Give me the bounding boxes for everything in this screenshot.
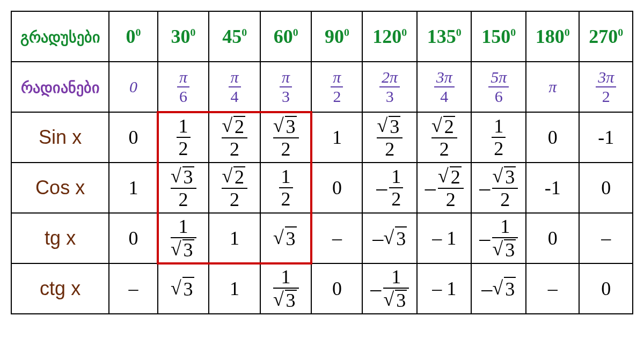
tg-label: tg x: [11, 213, 109, 263]
ctg-8: –: [526, 263, 579, 314]
cos-6: –22: [417, 163, 472, 213]
deg-270: 2700: [579, 11, 633, 62]
tg-5: –3: [362, 213, 417, 263]
sin-3: 32: [260, 112, 312, 163]
deg-135: 1350: [417, 11, 472, 62]
rad-0: 0: [109, 62, 158, 112]
ctg-label: ctg x: [11, 263, 109, 314]
sin-1: 12: [158, 112, 209, 163]
degrees-label-cell: გრადუსები: [11, 11, 109, 62]
sin-0: 0: [109, 112, 158, 163]
cos-3: 12: [260, 163, 312, 213]
ctg-3: 13: [260, 263, 312, 314]
sin-7: 12: [471, 112, 526, 163]
ctg-6: – 1: [417, 263, 472, 314]
tg-0: 0: [109, 213, 158, 263]
ctg-4: 0: [311, 263, 362, 314]
cos-7: –32: [471, 163, 526, 213]
ctg-9: 0: [579, 263, 633, 314]
ctg-1: 3: [158, 263, 209, 314]
deg-45: 450: [209, 11, 260, 62]
cos-2: 22: [209, 163, 260, 213]
sin-label: Sin x: [11, 112, 109, 163]
rad-3: π3: [260, 62, 312, 112]
rad-5: 2π3: [362, 62, 417, 112]
sin-8: 0: [526, 112, 579, 163]
deg-0: 00: [109, 11, 158, 62]
sin-5: 32: [362, 112, 417, 163]
deg-30: 300: [158, 11, 209, 62]
tg-4: –: [311, 213, 362, 263]
radians-label-cell: რადიანები: [11, 62, 109, 112]
cos-4: 0: [311, 163, 362, 213]
rad-6: 3π4: [417, 62, 472, 112]
tg-2: 1: [209, 213, 260, 263]
rad-9: 3π2: [579, 62, 633, 112]
deg-60: 600: [260, 11, 312, 62]
ctg-7: –3: [471, 263, 526, 314]
rad-4: π2: [311, 62, 362, 112]
deg-180: 1800: [526, 11, 579, 62]
tg-7: –13: [471, 213, 526, 263]
rad-1: π6: [158, 62, 209, 112]
tg-1: 13: [158, 213, 209, 263]
cos-8: -1: [526, 163, 579, 213]
ctg-2: 1: [209, 263, 260, 314]
sin-4: 1: [311, 112, 362, 163]
rad-7: 5π6: [471, 62, 526, 112]
sin-9: -1: [579, 112, 633, 163]
deg-120: 1200: [362, 11, 417, 62]
deg-90: 900: [311, 11, 362, 62]
tg-3: 3: [260, 213, 312, 263]
sin-6: 22: [417, 112, 472, 163]
rad-2: π4: [209, 62, 260, 112]
cos-1: 32: [158, 163, 209, 213]
cos-0: 1: [109, 163, 158, 213]
deg-150: 1500: [471, 11, 526, 62]
sin-2: 22: [209, 112, 260, 163]
cos-label: Cos x: [11, 163, 109, 213]
tg-9: –: [579, 213, 633, 263]
ctg-0: –: [109, 263, 158, 314]
ctg-5: –13: [362, 263, 417, 314]
rad-8: π: [526, 62, 579, 112]
cos-5: –12: [362, 163, 417, 213]
radians-label: რადიანები: [21, 79, 100, 96]
trig-table: გრადუსები 00 300 450 600 900 1200 1350 1…: [11, 11, 633, 314]
degrees-label: გრადუსები: [20, 29, 100, 46]
trig-table-wrap: გრადუსები 00 300 450 600 900 1200 1350 1…: [11, 11, 633, 314]
tg-8: 0: [526, 213, 579, 263]
tg-6: – 1: [417, 213, 472, 263]
cos-9: 0: [579, 163, 633, 213]
